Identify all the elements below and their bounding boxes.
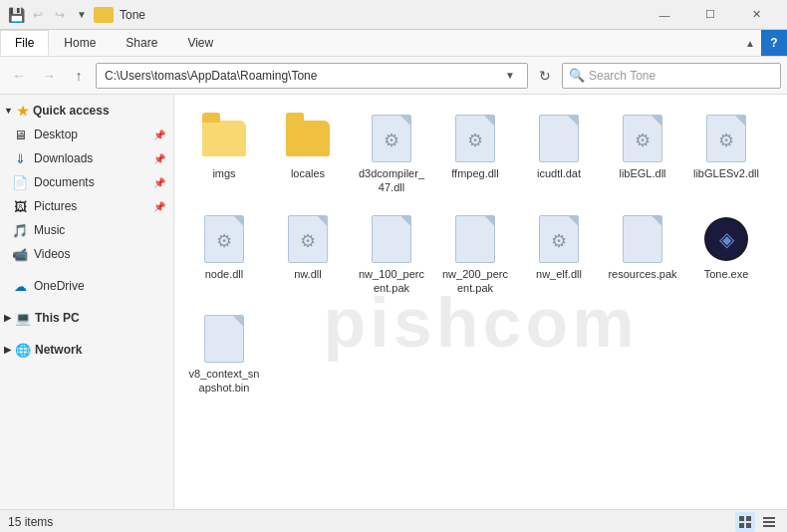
file-label: nw.dll bbox=[294, 267, 322, 281]
file-item[interactable]: ⚙ libGLESv2.dll bbox=[686, 105, 766, 201]
file-item[interactable]: v8_context_snapshot.bin bbox=[184, 305, 264, 401]
file-area: pishcom imgslocales ⚙ d3dcompiler_47.dll… bbox=[174, 95, 787, 509]
ribbon-tabs: File Home Share View ▲ ? bbox=[0, 30, 787, 56]
network-icon: 🌐 bbox=[15, 343, 31, 358]
back-button[interactable]: ← bbox=[6, 63, 32, 89]
undo-icon: ↩ bbox=[30, 7, 46, 23]
pin-icon-downloads: 📌 bbox=[153, 153, 173, 164]
search-icon: 🔍 bbox=[569, 68, 585, 83]
view-controls bbox=[735, 512, 779, 532]
help-button[interactable]: ? bbox=[761, 30, 787, 56]
file-label: nw_elf.dll bbox=[536, 267, 582, 281]
sidebar-label-documents: Documents bbox=[34, 175, 95, 189]
network-header[interactable]: ▶ 🌐 Network bbox=[0, 338, 173, 362]
file-item[interactable]: nw_200_percent.pak bbox=[435, 205, 515, 302]
sidebar-label-pictures: Pictures bbox=[34, 199, 77, 213]
quick-access-header[interactable]: ▼ ★ Quick access bbox=[0, 99, 173, 123]
list-view-button[interactable] bbox=[759, 512, 779, 532]
plain-file-icon bbox=[455, 215, 495, 263]
ribbon-extra: ▲ ? bbox=[739, 30, 787, 56]
search-placeholder: Search Tone bbox=[589, 69, 656, 83]
file-item[interactable]: locales bbox=[268, 105, 348, 201]
maximize-button[interactable]: ☐ bbox=[687, 0, 733, 30]
address-box[interactable]: C:\Users\tomas\AppData\Roaming\Tone ▼ bbox=[96, 63, 528, 89]
sidebar-item-downloads[interactable]: ⇓ Downloads 📌 bbox=[0, 146, 173, 170]
quick-access-label: Quick access bbox=[33, 104, 110, 118]
star-icon: ★ bbox=[17, 104, 29, 119]
exe-icon: ◈ bbox=[704, 217, 748, 261]
file-item[interactable]: imgs bbox=[184, 105, 264, 201]
thispc-header[interactable]: ▶ 💻 This PC bbox=[0, 306, 173, 330]
folder-icon bbox=[202, 121, 246, 156]
file-label: imgs bbox=[212, 166, 235, 180]
file-item[interactable]: ◈ Tone.exe bbox=[686, 205, 766, 302]
file-item[interactable]: ⚙ ffmpeg.dll bbox=[435, 105, 515, 201]
sidebar-item-pictures[interactable]: 🖼 Pictures 📌 bbox=[0, 194, 173, 218]
file-item[interactable]: nw_100_percent.pak bbox=[352, 205, 431, 302]
svg-rect-5 bbox=[763, 521, 775, 523]
plain-file-icon bbox=[204, 315, 244, 363]
svg-rect-6 bbox=[763, 525, 775, 527]
file-label: node.dll bbox=[205, 267, 244, 281]
gear-file-icon: ⚙ bbox=[288, 215, 328, 263]
file-label: Tone.exe bbox=[704, 267, 749, 281]
tab-view[interactable]: View bbox=[172, 30, 228, 56]
minimize-button[interactable]: — bbox=[642, 0, 687, 30]
close-button[interactable]: ✕ bbox=[733, 0, 779, 30]
svg-rect-2 bbox=[739, 523, 744, 528]
file-item[interactable]: icudtl.dat bbox=[519, 105, 599, 201]
file-item[interactable]: ⚙ d3dcompiler_47.dll bbox=[352, 105, 431, 201]
sidebar-item-desktop[interactable]: 🖥 Desktop 📌 bbox=[0, 123, 173, 146]
sidebar: ▼ ★ Quick access 🖥 Desktop 📌 ⇓ Downloads… bbox=[0, 95, 174, 509]
file-item[interactable]: ⚙ libEGL.dll bbox=[603, 105, 682, 201]
sidebar-label-videos: Videos bbox=[34, 247, 70, 261]
down-arrow-icon[interactable]: ▼ bbox=[74, 7, 90, 23]
file-label: nw_200_percent.pak bbox=[439, 267, 511, 296]
address-dropdown-icon[interactable]: ▼ bbox=[501, 70, 519, 81]
refresh-button[interactable]: ↻ bbox=[532, 63, 558, 89]
downloads-icon: ⇓ bbox=[12, 150, 28, 166]
pin-icon-documents: 📌 bbox=[153, 177, 173, 188]
sidebar-item-videos[interactable]: 📹 Videos bbox=[0, 242, 173, 266]
documents-icon: 📄 bbox=[12, 174, 28, 190]
desktop-icon: 🖥 bbox=[12, 127, 28, 142]
sidebar-label-network: Network bbox=[35, 343, 82, 357]
ribbon-collapse-arrow[interactable]: ▲ bbox=[739, 38, 761, 49]
file-label: icudtl.dat bbox=[537, 166, 581, 180]
folder-icon bbox=[286, 121, 330, 156]
window-title: Tone bbox=[120, 8, 642, 22]
sidebar-label-music: Music bbox=[34, 223, 65, 237]
file-item[interactable]: ⚙ nw_elf.dll bbox=[519, 205, 599, 302]
gear-file-icon: ⚙ bbox=[623, 115, 662, 162]
file-item[interactable]: resources.pak bbox=[603, 205, 682, 302]
sidebar-label-desktop: Desktop bbox=[34, 128, 78, 141]
file-label: d3dcompiler_47.dll bbox=[356, 166, 427, 195]
redo-icon: ↪ bbox=[52, 7, 68, 23]
tab-share[interactable]: Share bbox=[111, 30, 172, 56]
icon-view-button[interactable] bbox=[735, 512, 755, 532]
tab-home[interactable]: Home bbox=[49, 30, 111, 56]
file-label: ffmpeg.dll bbox=[451, 166, 499, 180]
up-button[interactable]: ↑ bbox=[66, 63, 92, 89]
gear-file-icon: ⚙ bbox=[706, 115, 746, 162]
sidebar-item-documents[interactable]: 📄 Documents 📌 bbox=[0, 170, 173, 194]
sidebar-item-music[interactable]: 🎵 Music bbox=[0, 218, 173, 242]
forward-button[interactable]: → bbox=[36, 63, 62, 89]
file-item[interactable]: ⚙ node.dll bbox=[184, 205, 264, 302]
svg-rect-3 bbox=[746, 523, 751, 528]
sidebar-label-downloads: Downloads bbox=[34, 151, 93, 165]
sidebar-item-onedrive[interactable]: ☁ OneDrive bbox=[0, 274, 173, 298]
tab-file[interactable]: File bbox=[0, 30, 49, 56]
search-box[interactable]: 🔍 Search Tone bbox=[562, 63, 781, 89]
title-bar: 💾 ↩ ↪ ▼ Tone — ☐ ✕ bbox=[0, 0, 787, 30]
sidebar-label-onedrive: OneDrive bbox=[34, 279, 85, 293]
file-label: libGLESv2.dll bbox=[693, 166, 759, 180]
chevron-right-icon2: ▶ bbox=[4, 345, 11, 355]
music-icon: 🎵 bbox=[12, 222, 28, 238]
svg-rect-0 bbox=[739, 516, 744, 521]
gear-file-icon: ⚙ bbox=[204, 215, 244, 263]
files-grid: imgslocales ⚙ d3dcompiler_47.dll ⚙ ffmpe… bbox=[184, 105, 777, 401]
plain-file-icon bbox=[539, 115, 579, 162]
file-item[interactable]: ⚙ nw.dll bbox=[268, 205, 348, 302]
address-bar-row: ← → ↑ C:\Users\tomas\AppData\Roaming\Ton… bbox=[0, 57, 787, 95]
